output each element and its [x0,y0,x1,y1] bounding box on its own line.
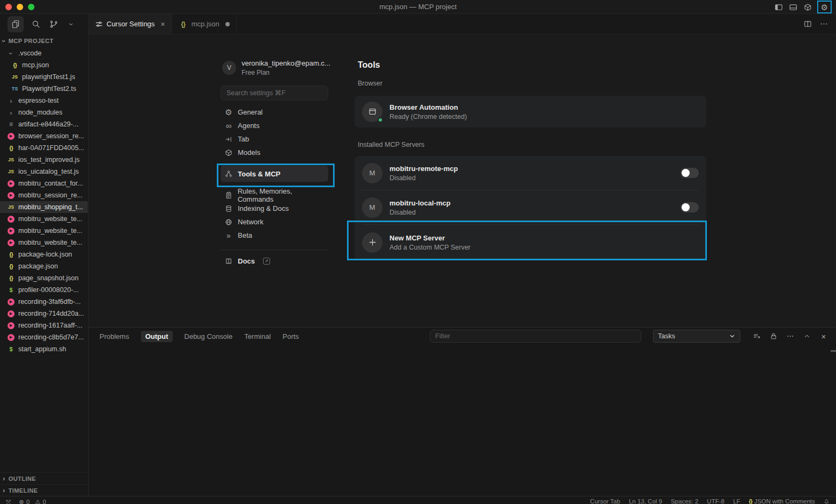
panel-tab-ports[interactable]: Ports [282,332,299,340]
video-icon: ▶ [6,321,16,330]
settings-nav-item-agents[interactable]: ∞Agents [221,119,328,132]
video-icon: ▶ [6,191,16,200]
tree-item[interactable]: ▶mobitru_contact_for... [0,178,88,189]
tree-item[interactable]: ▶mobitru_website_te... [0,225,88,237]
clear-output-icon[interactable] [752,331,762,341]
tree-item[interactable]: ›espresso-test [0,95,88,107]
outline-section[interactable]: › OUTLINE [0,472,88,484]
tab-cursor-settings[interactable]: Cursor Settings × [89,14,172,34]
settings-nav-item-docs[interactable]: Docs ↗ [221,254,328,268]
nav-label: General [238,108,263,116]
remote-indicator[interactable] [5,499,11,504]
chevron-down-icon[interactable]: › [66,19,77,30]
settings-nav-item-general[interactable]: ⚙General [221,105,328,119]
tree-item[interactable]: $start_appium.sh [0,343,88,355]
explorer-title: MCP PROJECT [9,38,54,44]
chevron-collapsed-icon: › [6,108,16,117]
nav-label: Network [238,218,264,226]
output-channel-dropdown[interactable]: Tasks [653,330,740,343]
more-icon[interactable] [785,331,795,341]
timeline-section[interactable]: › TIMELINE [0,484,88,496]
new-mcp-server-button[interactable]: New MCP Server Add a Custom MCP Server [355,225,706,260]
window-title: mcp.json — MCP project [0,0,836,14]
gear-icon[interactable]: ⚙ [820,2,830,12]
settings-nav-item-beta[interactable]: »Beta [221,229,328,242]
tree-item[interactable]: TSPlaywrightTest2.ts [0,83,88,95]
close-icon[interactable]: × [161,20,165,29]
tree-item[interactable]: ›.vscode [0,47,88,59]
settings-search-input[interactable] [221,86,328,101]
status-item-lf[interactable]: LF [733,498,740,504]
tree-item[interactable]: ▶mobitru_website_te... [0,237,88,249]
layout-sidebar-icon[interactable] [774,2,783,12]
tree-item[interactable]: ▶mobitru_website_te... [0,213,88,225]
chevron-down-icon: › [0,40,8,42]
status-item-utf-8[interactable]: UTF-8 [707,498,725,504]
braces-icon: {} [6,262,16,271]
scrollbar-fragment[interactable] [831,350,836,352]
tree-item-label: mobitru_website_te... [18,239,82,246]
settings-nav-item-rules-memories-commands[interactable]: Rules, Memories, Commands [221,188,328,202]
tree-item[interactable]: JSmobitru_shopping_t... [0,201,88,213]
files-icon[interactable] [8,16,24,32]
extensions-cube-icon[interactable] [803,2,812,12]
tree-item[interactable]: JSios_test_improved.js [0,154,88,166]
tree-item-label: ios_uicatalog_test.js [18,168,79,175]
tree-item[interactable]: ▶recording-3faf6dfb-... [0,296,88,308]
tree-item[interactable]: ≡artifact-e8446a29-... [0,118,88,130]
tree-item[interactable]: ›node_modules [0,107,88,118]
account-info[interactable]: V veronika_tipenko@epam.c... Free Plan [222,59,330,76]
panel-tab-debug-console[interactable]: Debug Console [185,332,233,340]
bell-icon[interactable] [824,499,830,504]
layout-panel-icon[interactable] [788,2,798,12]
tree-item[interactable]: ▶recording-1617aaff-... [0,320,88,331]
tree-item-label: artifact-e8446a29-... [18,120,79,128]
database-icon [224,205,233,212]
split-editor-icon[interactable] [803,19,812,29]
status-item-ln-13-col-9[interactable]: Ln 13, Col 9 [629,498,662,504]
server-toggle[interactable] [681,168,699,178]
source-control-icon[interactable] [48,19,59,30]
tree-item[interactable]: JSios_uicatalog_test.js [0,166,88,178]
panel-actions: × [752,331,828,341]
tree-item[interactable]: JSplaywrightTest1.js [0,71,88,83]
lock-icon[interactable] [769,331,778,341]
panel-tab-problems[interactable]: Problems [100,332,129,340]
tree-item[interactable]: {}page_snapshot.json [0,272,88,284]
tree-item-label: recording-3faf6dfb-... [18,298,81,306]
tab-mcp-json[interactable]: {} mcp.json [172,14,237,34]
settings-nav-item-tools-mcp[interactable]: Tools & MCP [221,166,328,182]
tree-item[interactable]: $profiler-00008020-... [0,284,88,296]
chevron-up-icon[interactable] [802,331,812,341]
warning-icon: ⚠ [35,498,40,504]
panel-tab-output[interactable]: Output [141,331,173,342]
status-item-json-with-comments[interactable]: {}JSON with Comments [749,498,815,504]
tree-item[interactable]: {}package.json [0,260,88,272]
settings-nav-item-network[interactable]: Network [221,215,328,229]
tree-item[interactable]: ▶recording-714dd20a... [0,308,88,320]
server-toggle[interactable] [681,202,699,212]
tree-item-label: profiler-00008020-... [18,286,79,294]
settings-nav-item-indexing-docs[interactable]: Indexing & Docs [221,202,328,215]
tree-item[interactable]: {}mcp.json [0,59,88,71]
status-item-cursor-tab[interactable]: Cursor Tab [590,498,620,504]
settings-nav-item-tab[interactable]: Tab [221,132,328,146]
status-item-spaces-2[interactable]: Spaces: 2 [671,498,698,504]
problems-indicator[interactable]: ⊗ 0 ⚠ 0 [19,498,46,504]
more-actions-icon[interactable] [819,19,828,29]
tree-item[interactable]: {}har-0A071FDD4005... [0,142,88,154]
video-icon: ▶ [6,309,16,318]
tree-item[interactable]: ▶mobitru_session_re... [0,189,88,201]
server-name: mobitru-remote-mcp [389,165,458,173]
tree-item[interactable]: {}package-lock.json [0,249,88,260]
output-filter-input[interactable] [430,330,641,343]
search-icon[interactable] [31,19,41,30]
tree-item[interactable]: ▶browser_session_re... [0,130,88,142]
tree-item-label: recording-c8b5d7e7... [18,333,84,341]
close-icon[interactable]: × [819,331,828,341]
panel-tab-terminal[interactable]: Terminal [244,332,271,340]
explorer-section-header[interactable]: › MCP PROJECT [0,36,88,46]
tree-item[interactable]: ▶recording-c8b5d7e7... [0,331,88,343]
tree-item-label: browser_session_re... [18,132,84,140]
settings-nav-item-models[interactable]: Models [221,146,328,159]
